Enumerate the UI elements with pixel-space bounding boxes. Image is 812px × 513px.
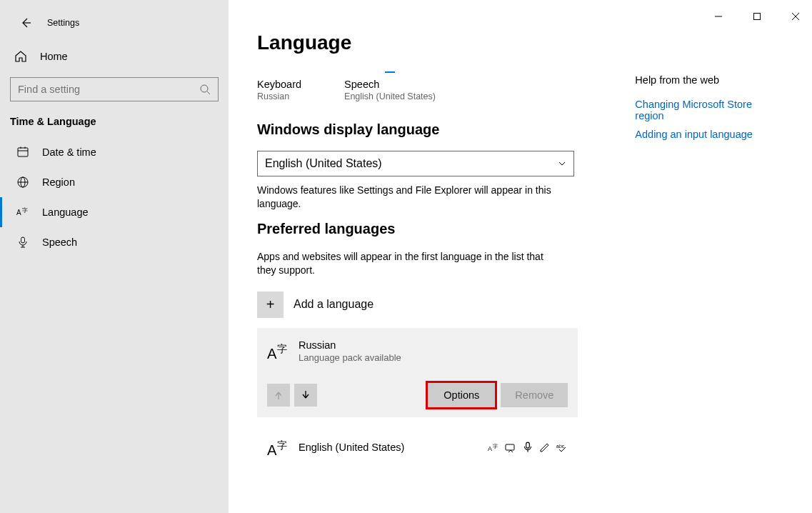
svg-text:A: A xyxy=(488,445,492,452)
add-language-button[interactable]: + Add a language xyxy=(257,292,578,318)
sidebar-item-region[interactable]: Region xyxy=(0,167,229,197)
sidebar-home-label: Home xyxy=(40,51,68,62)
svg-text:字: 字 xyxy=(22,207,28,214)
plus-icon: + xyxy=(257,292,284,318)
text-to-speech-icon xyxy=(505,442,516,453)
remove-button[interactable]: Remove xyxy=(501,383,568,407)
search-icon xyxy=(199,84,211,95)
language-icon: A字 xyxy=(267,437,287,457)
sidebar-item-date-time[interactable]: Date & time xyxy=(0,137,229,167)
display-language-dropdown[interactable]: English (United States) xyxy=(257,151,574,176)
help-link-input-language[interactable]: Adding an input language xyxy=(635,129,783,140)
tile-keyboard[interactable]: Keyboard Russian xyxy=(257,71,301,101)
move-down-button[interactable] xyxy=(294,384,317,407)
dropdown-value: English (United States) xyxy=(265,157,382,170)
display-language-title: Windows display language xyxy=(257,121,578,138)
svg-text:abc: abc xyxy=(556,444,565,449)
svg-text:A: A xyxy=(16,209,21,216)
preferred-languages-note: Apps and websites will appear in the fir… xyxy=(257,250,557,277)
tile-indicator xyxy=(385,71,395,73)
display-lang-icon: A字 xyxy=(488,442,499,453)
svg-rect-25 xyxy=(506,444,514,450)
sidebar-item-label: Speech xyxy=(42,236,77,248)
app-title: Settings xyxy=(47,18,79,28)
clock-icon xyxy=(16,146,29,159)
handwriting-icon xyxy=(539,442,551,453)
globe-icon xyxy=(16,176,29,189)
svg-rect-12 xyxy=(21,237,25,243)
options-button[interactable]: Options xyxy=(428,383,495,407)
svg-text:字: 字 xyxy=(277,343,287,354)
sidebar-item-label: Date & time xyxy=(42,146,96,158)
language-card-english[interactable]: A字 English (United States) A字 abc xyxy=(257,427,578,467)
svg-rect-3 xyxy=(18,148,28,156)
tile-speech[interactable]: Speech English (United States) xyxy=(344,71,436,101)
back-button[interactable] xyxy=(14,11,37,34)
svg-line-2 xyxy=(207,91,210,94)
svg-text:A: A xyxy=(267,442,277,457)
language-sub: Language pack available xyxy=(299,352,401,363)
svg-text:字: 字 xyxy=(277,439,287,450)
maximize-button[interactable] xyxy=(746,6,768,27)
tile-label: Speech xyxy=(344,79,436,90)
search-input-container[interactable] xyxy=(10,77,219,101)
home-icon xyxy=(14,50,27,63)
move-up-button[interactable] xyxy=(267,384,290,407)
svg-point-1 xyxy=(201,85,208,92)
svg-rect-26 xyxy=(526,442,530,448)
help-title: Help from the web xyxy=(635,74,783,86)
spellcheck-icon: abc xyxy=(556,442,568,453)
language-feature-icons: A字 abc xyxy=(488,442,568,453)
svg-text:A: A xyxy=(267,346,277,361)
language-name: English (United States) xyxy=(299,442,404,453)
tile-label: Keyboard xyxy=(257,79,301,90)
sidebar-item-label: Region xyxy=(42,176,75,188)
display-language-note: Windows features like Settings and File … xyxy=(257,184,557,211)
preferred-languages-title: Preferred languages xyxy=(257,221,578,237)
svg-text:字: 字 xyxy=(493,444,498,449)
sidebar-item-speech[interactable]: Speech xyxy=(0,227,229,257)
language-icon: A字 xyxy=(267,341,287,361)
microphone-icon xyxy=(16,236,29,249)
search-input[interactable] xyxy=(18,84,199,95)
language-icon: A字 xyxy=(16,206,29,219)
chevron-down-icon xyxy=(558,159,566,168)
speech-rec-icon xyxy=(522,442,533,453)
sidebar-home[interactable]: Home xyxy=(0,44,229,77)
tile-value: Russian xyxy=(257,91,301,101)
svg-rect-16 xyxy=(754,14,761,20)
minimize-button[interactable] xyxy=(708,6,729,27)
sidebar-item-label: Language xyxy=(42,206,89,218)
sidebar-item-language[interactable]: A字 Language xyxy=(0,197,229,227)
tile-value: English (United States) xyxy=(344,91,436,101)
help-link-store-region[interactable]: Changing Microsoft Store region xyxy=(635,99,783,121)
page-title: Language xyxy=(257,31,578,54)
language-name: Russian xyxy=(299,339,401,351)
close-button[interactable] xyxy=(785,6,806,27)
sidebar-section-title: Time & Language xyxy=(0,116,229,137)
language-card-russian[interactable]: A字 Russian Language pack available Optio… xyxy=(257,328,578,417)
add-language-label: Add a language xyxy=(294,298,374,311)
